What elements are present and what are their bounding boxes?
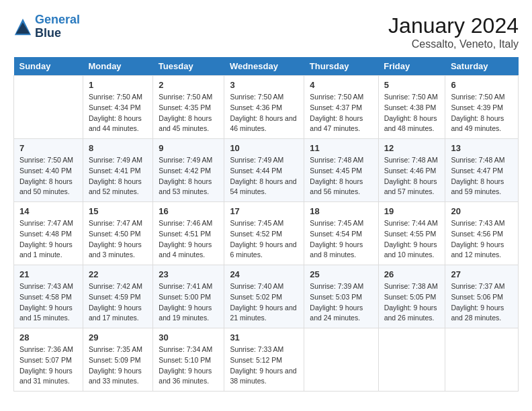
day-number: 1	[89, 80, 147, 90]
calendar-cell: 15Sunrise: 7:47 AMSunset: 4:50 PMDayligh…	[83, 202, 152, 265]
day-info: Sunrise: 7:49 AMSunset: 4:41 PMDaylight:…	[89, 155, 147, 197]
calendar-subtitle: Cessalto, Veneto, Italy	[388, 38, 519, 50]
calendar-cell: 18Sunrise: 7:45 AMSunset: 4:54 PMDayligh…	[304, 202, 378, 265]
week-row-4: 21Sunrise: 7:43 AMSunset: 4:58 PMDayligh…	[14, 265, 519, 328]
day-number: 3	[230, 80, 298, 90]
day-header-tuesday: Tuesday	[153, 57, 224, 76]
day-number: 18	[310, 206, 372, 216]
day-info: Sunrise: 7:36 AMSunset: 5:07 PMDaylight:…	[19, 345, 77, 387]
day-number: 26	[384, 269, 440, 279]
day-info: Sunrise: 7:38 AMSunset: 5:05 PMDaylight:…	[384, 281, 440, 324]
calendar-cell: 26Sunrise: 7:38 AMSunset: 5:05 PMDayligh…	[378, 265, 445, 328]
day-info: Sunrise: 7:48 AMSunset: 4:47 PMDaylight:…	[451, 155, 513, 197]
day-info: Sunrise: 7:49 AMSunset: 4:42 PMDaylight:…	[159, 155, 218, 197]
calendar-cell: 17Sunrise: 7:45 AMSunset: 4:52 PMDayligh…	[224, 202, 304, 265]
calendar-cell: 19Sunrise: 7:44 AMSunset: 4:55 PMDayligh…	[378, 202, 445, 265]
page-header: GeneralBlue January 2024 Cessalto, Venet…	[13, 13, 519, 50]
calendar-cell	[14, 76, 83, 139]
calendar-cell: 4Sunrise: 7:50 AMSunset: 4:37 PMDaylight…	[304, 76, 378, 139]
day-info: Sunrise: 7:33 AMSunset: 5:12 PMDaylight:…	[230, 345, 298, 387]
day-number: 4	[310, 80, 372, 90]
week-row-3: 14Sunrise: 7:47 AMSunset: 4:48 PMDayligh…	[14, 202, 519, 265]
day-number: 6	[451, 80, 513, 90]
week-row-5: 28Sunrise: 7:36 AMSunset: 5:07 PMDayligh…	[14, 328, 519, 392]
calendar-cell: 29Sunrise: 7:35 AMSunset: 5:09 PMDayligh…	[83, 328, 152, 392]
calendar-cell: 11Sunrise: 7:48 AMSunset: 4:45 PMDayligh…	[304, 139, 378, 202]
calendar-cell: 8Sunrise: 7:49 AMSunset: 4:41 PMDaylight…	[83, 139, 152, 202]
day-header-monday: Monday	[83, 57, 152, 76]
calendar-cell: 9Sunrise: 7:49 AMSunset: 4:42 PMDaylight…	[153, 139, 224, 202]
title-block: January 2024 Cessalto, Veneto, Italy	[388, 13, 519, 50]
day-header-friday: Friday	[378, 57, 445, 76]
calendar-cell: 27Sunrise: 7:37 AMSunset: 5:06 PMDayligh…	[445, 265, 519, 328]
week-row-1: 1Sunrise: 7:50 AMSunset: 4:34 PMDaylight…	[14, 76, 519, 139]
day-number: 5	[384, 80, 440, 90]
calendar-title: January 2024	[388, 13, 519, 38]
calendar-cell: 6Sunrise: 7:50 AMSunset: 4:39 PMDaylight…	[445, 76, 519, 139]
day-info: Sunrise: 7:50 AMSunset: 4:38 PMDaylight:…	[384, 92, 440, 134]
day-info: Sunrise: 7:43 AMSunset: 4:58 PMDaylight:…	[19, 281, 77, 324]
calendar-cell	[445, 328, 519, 392]
day-number: 15	[89, 206, 147, 216]
day-info: Sunrise: 7:39 AMSunset: 5:03 PMDaylight:…	[310, 281, 372, 324]
day-header-sunday: Sunday	[14, 57, 83, 76]
day-number: 9	[159, 143, 218, 153]
calendar-cell: 21Sunrise: 7:43 AMSunset: 4:58 PMDayligh…	[14, 265, 83, 328]
day-number: 22	[89, 269, 147, 279]
day-number: 23	[159, 269, 218, 279]
calendar-cell: 31Sunrise: 7:33 AMSunset: 5:12 PMDayligh…	[224, 328, 304, 392]
day-info: Sunrise: 7:43 AMSunset: 4:56 PMDaylight:…	[451, 218, 513, 261]
day-number: 20	[451, 206, 513, 216]
calendar-cell: 13Sunrise: 7:48 AMSunset: 4:47 PMDayligh…	[445, 139, 519, 202]
day-info: Sunrise: 7:49 AMSunset: 4:44 PMDaylight:…	[230, 155, 298, 197]
day-info: Sunrise: 7:48 AMSunset: 4:46 PMDaylight:…	[384, 155, 440, 197]
calendar-cell: 16Sunrise: 7:46 AMSunset: 4:51 PMDayligh…	[153, 202, 224, 265]
day-number: 27	[451, 269, 513, 279]
calendar-cell: 5Sunrise: 7:50 AMSunset: 4:38 PMDaylight…	[378, 76, 445, 139]
day-number: 31	[230, 332, 298, 342]
calendar-cell	[304, 328, 378, 392]
calendar-cell: 2Sunrise: 7:50 AMSunset: 4:35 PMDaylight…	[153, 76, 224, 139]
day-info: Sunrise: 7:44 AMSunset: 4:55 PMDaylight:…	[384, 218, 440, 261]
logo-text: GeneralBlue	[35, 13, 80, 40]
day-number: 17	[230, 206, 298, 216]
day-info: Sunrise: 7:45 AMSunset: 4:52 PMDaylight:…	[230, 218, 298, 261]
calendar-cell: 14Sunrise: 7:47 AMSunset: 4:48 PMDayligh…	[14, 202, 83, 265]
day-info: Sunrise: 7:50 AMSunset: 4:35 PMDaylight:…	[159, 92, 218, 134]
day-header-saturday: Saturday	[445, 57, 519, 76]
calendar-table: SundayMondayTuesdayWednesdayThursdayFrid…	[13, 57, 519, 392]
day-info: Sunrise: 7:48 AMSunset: 4:45 PMDaylight:…	[310, 155, 372, 197]
day-info: Sunrise: 7:35 AMSunset: 5:09 PMDaylight:…	[89, 345, 147, 387]
day-number: 25	[310, 269, 372, 279]
calendar-cell: 1Sunrise: 7:50 AMSunset: 4:34 PMDaylight…	[83, 76, 152, 139]
day-info: Sunrise: 7:50 AMSunset: 4:37 PMDaylight:…	[310, 92, 372, 134]
calendar-cell: 30Sunrise: 7:34 AMSunset: 5:10 PMDayligh…	[153, 328, 224, 392]
svg-marker-1	[16, 22, 30, 34]
day-number: 24	[230, 269, 298, 279]
day-number: 16	[159, 206, 218, 216]
calendar-cell: 3Sunrise: 7:50 AMSunset: 4:36 PMDaylight…	[224, 76, 304, 139]
day-number: 7	[19, 143, 77, 153]
calendar-cell: 12Sunrise: 7:48 AMSunset: 4:46 PMDayligh…	[378, 139, 445, 202]
day-info: Sunrise: 7:40 AMSunset: 5:02 PMDaylight:…	[230, 281, 298, 324]
day-header-wednesday: Wednesday	[224, 57, 304, 76]
day-number: 13	[451, 143, 513, 153]
day-number: 11	[310, 143, 372, 153]
calendar-body: 1Sunrise: 7:50 AMSunset: 4:34 PMDaylight…	[14, 76, 519, 392]
day-info: Sunrise: 7:46 AMSunset: 4:51 PMDaylight:…	[159, 218, 218, 261]
calendar-cell: 23Sunrise: 7:41 AMSunset: 5:00 PMDayligh…	[153, 265, 224, 328]
day-number: 29	[89, 332, 147, 342]
day-number: 28	[19, 332, 77, 342]
day-info: Sunrise: 7:50 AMSunset: 4:39 PMDaylight:…	[451, 92, 513, 134]
day-number: 8	[89, 143, 147, 153]
day-number: 30	[159, 332, 218, 342]
calendar-cell	[378, 328, 445, 392]
day-info: Sunrise: 7:34 AMSunset: 5:10 PMDaylight:…	[159, 345, 218, 387]
day-number: 19	[384, 206, 440, 216]
calendar-cell: 22Sunrise: 7:42 AMSunset: 4:59 PMDayligh…	[83, 265, 152, 328]
calendar-cell: 28Sunrise: 7:36 AMSunset: 5:07 PMDayligh…	[14, 328, 83, 392]
day-number: 10	[230, 143, 298, 153]
day-info: Sunrise: 7:47 AMSunset: 4:48 PMDaylight:…	[19, 218, 77, 261]
day-info: Sunrise: 7:50 AMSunset: 4:40 PMDaylight:…	[19, 155, 77, 197]
logo: GeneralBlue	[13, 13, 80, 40]
